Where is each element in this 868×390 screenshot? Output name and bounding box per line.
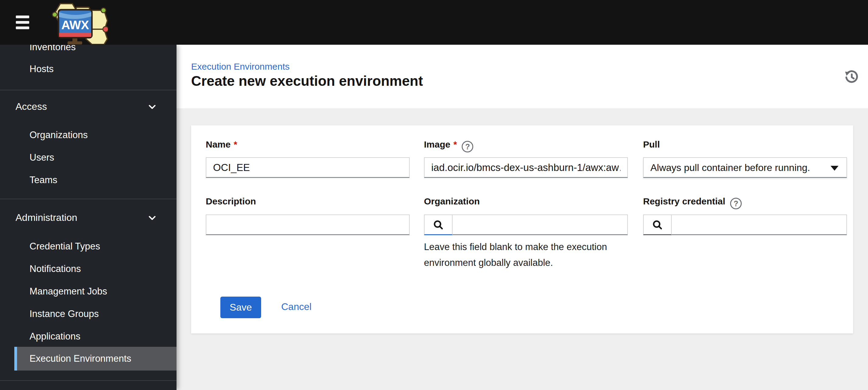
sidebar-divider: [0, 380, 177, 381]
page-title: Create new execution environment: [191, 73, 423, 89]
breadcrumb-execution-environments[interactable]: Execution Environments: [191, 61, 290, 72]
chevron-down-icon[interactable]: [149, 214, 156, 222]
registry-credential-input[interactable]: [672, 215, 847, 235]
hamburger-menu-icon[interactable]: [16, 15, 29, 29]
sidebar-item-applications[interactable]: Applications: [0, 330, 177, 343]
save-button[interactable]: Save: [220, 297, 261, 318]
organization-search-button[interactable]: [424, 215, 453, 235]
top-navbar: AWX 0 ? admin: [0, 0, 868, 45]
pull-label: Pull: [643, 139, 660, 150]
history-icon[interactable]: [843, 68, 860, 86]
search-icon: [652, 219, 663, 231]
sidebar-item-management-jobs[interactable]: Management Jobs: [0, 285, 177, 298]
select-caret-icon: [831, 166, 838, 171]
active-item-indicator: [14, 347, 17, 370]
name-label: Name*: [206, 139, 237, 150]
sidebar-item-inventories[interactable]: Inventories: [0, 45, 177, 54]
chevron-down-icon[interactable]: [149, 103, 156, 110]
registry-credential-help-icon[interactable]: ?: [730, 198, 742, 209]
sidebar-item-instance-groups[interactable]: Instance Groups: [0, 307, 177, 321]
description-input[interactable]: [206, 215, 410, 235]
organization-helper-text: Leave this field blank to make the execu…: [424, 239, 637, 271]
name-input[interactable]: [206, 157, 410, 178]
sidebar-item-credential-types[interactable]: Credential Types: [0, 240, 177, 253]
pull-selected-value: Always pull container before running.: [650, 158, 810, 177]
search-icon: [432, 219, 444, 231]
description-label: Description: [206, 196, 256, 206]
page-header: Execution Environments Create new execut…: [177, 45, 868, 108]
image-input[interactable]: [424, 157, 628, 178]
registry-credential-search-button[interactable]: [643, 215, 672, 235]
sidebar-divider: [0, 90, 177, 90]
sidebar-section-administration[interactable]: Administration: [0, 210, 177, 225]
awx-logo: AWX: [42, 1, 108, 44]
organization-lookup: [424, 215, 628, 235]
image-label: Image*?: [424, 139, 473, 153]
sidebar-item-users[interactable]: Users: [0, 151, 177, 164]
sidebar-nav: Inventories Hosts Access Organizations U…: [0, 45, 177, 390]
organization-input[interactable]: [453, 215, 628, 235]
sidebar-section-access[interactable]: Access: [0, 99, 177, 113]
svg-text:AWX: AWX: [61, 18, 89, 32]
sidebar-item-organizations[interactable]: Organizations: [0, 128, 177, 142]
sidebar-item-hosts[interactable]: Hosts: [0, 62, 177, 76]
registry-credential-label: Registry credential?: [643, 196, 742, 209]
sidebar-divider: [0, 199, 177, 199]
required-asterisk: *: [454, 139, 457, 150]
pull-select[interactable]: Always pull container before running.: [643, 157, 847, 178]
sidebar-item-execution-environments[interactable]: Execution Environments: [14, 347, 177, 370]
cancel-button[interactable]: Cancel: [281, 301, 312, 313]
required-asterisk: *: [234, 139, 238, 150]
registry-credential-lookup: [643, 215, 847, 235]
image-help-icon[interactable]: ?: [462, 141, 473, 153]
create-ee-form-card: Name* Description Save Cancel Image*? Or…: [191, 125, 853, 333]
sidebar-item-notifications[interactable]: Notifications: [0, 262, 177, 275]
organization-label: Organization: [424, 196, 479, 206]
sidebar-item-teams[interactable]: Teams: [0, 173, 177, 187]
